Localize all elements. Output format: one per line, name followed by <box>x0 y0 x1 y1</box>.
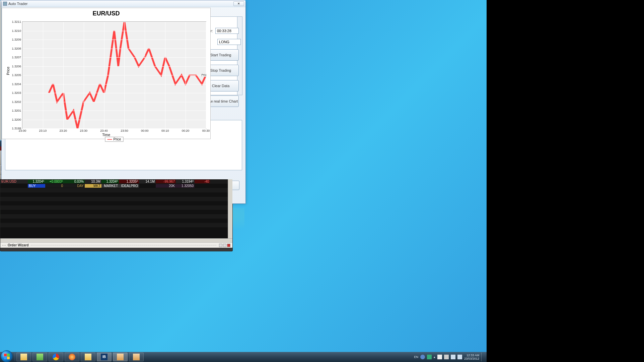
cell[interactable]: 1.3204⁵ <box>28 180 45 183</box>
cell[interactable]: +0.0003⁵ <box>45 180 64 183</box>
xtick: 23:50 <box>118 129 131 132</box>
cell[interactable]: 0.03% <box>64 180 85 183</box>
order-wizard-bar[interactable]: ◦ ◦ Order Wizard <box>0 242 232 248</box>
taskbar-ib[interactable]: IB <box>97 353 112 361</box>
chart-legend: Price <box>105 137 124 142</box>
ytick: 1.3200 <box>6 118 22 121</box>
cell[interactable]: 1.3205⁰ <box>119 180 139 183</box>
chart-plot[interactable]: Pric Price 1.32111.32101.32091.32081.320… <box>22 21 206 129</box>
show-desktop-button[interactable] <box>481 353 484 361</box>
cell[interactable]: DAY <box>64 184 85 188</box>
ytick: 1.3211 <box>6 20 22 23</box>
xtick: 23:30 <box>77 129 90 132</box>
chart-area: EUR/USD Price Pric Price 1.32111.32101.3… <box>2 8 211 139</box>
ytick: 1.3202 <box>6 100 22 104</box>
taskbar-users[interactable] <box>32 353 47 361</box>
collapse-icon[interactable]: ◦ ◦ <box>2 243 6 247</box>
tray-icon-1[interactable] <box>420 355 425 359</box>
action-center-icon[interactable] <box>437 355 442 359</box>
xtick: 23:20 <box>57 129 70 132</box>
cell[interactable]: 10.3M <box>85 180 101 183</box>
cell[interactable]: MARKET <box>101 184 119 188</box>
order-row[interactable]: BUY0DAYMKTMARKETIDEALPRO20K1.32050 <box>0 184 232 188</box>
app-icon <box>3 2 7 6</box>
xtick: 00:20 <box>179 129 192 132</box>
chart-title: EUR/USD <box>2 8 210 19</box>
cell[interactable]: 1.3204⁰ <box>101 180 119 183</box>
tray-icon-2[interactable] <box>427 355 432 359</box>
cell[interactable]: MKT <box>85 184 101 188</box>
taskbar-java[interactable] <box>113 353 128 361</box>
power-icon[interactable] <box>444 355 449 359</box>
xtick: 00:00 <box>138 129 151 132</box>
xtick: 00:10 <box>158 129 172 132</box>
taskbar-chrome[interactable] <box>49 353 63 361</box>
cell[interactable]: 14.1M <box>139 180 156 183</box>
system-tray: EN ▴ 12:33 AM 23/03/2012 <box>411 353 487 361</box>
last-position-field[interactable] <box>217 39 241 45</box>
grid-vscroll[interactable] <box>228 179 232 238</box>
lang-indicator[interactable]: EN <box>414 355 418 359</box>
grid-body[interactable]: EUR.USD1.3204⁵+0.0003⁵0.03%10.3M1.3204⁰1… <box>0 179 232 238</box>
ow-close-icon[interactable] <box>227 244 230 247</box>
timer-field[interactable] <box>215 28 239 34</box>
chart-window: X EUR/USD Price Pric Price 1.32111.32101… <box>0 0 212 141</box>
xtick: 23:00 <box>16 129 29 132</box>
grid-footer-strip <box>0 238 232 242</box>
black-side-panel <box>487 0 644 362</box>
cell[interactable]: 0 <box>45 184 64 188</box>
window-title: Auto Trader <box>8 2 27 6</box>
ytick: 1.3205 <box>6 73 22 77</box>
taskbar-folder[interactable] <box>81 353 95 361</box>
ytick: 1.3210 <box>6 29 22 33</box>
tray-arrow-icon[interactable]: ▴ <box>434 355 435 359</box>
auto-trader-titlebar[interactable]: Auto Trader ✕ <box>2 0 245 7</box>
volume-icon[interactable] <box>457 355 462 359</box>
ytick: 1.3208 <box>6 47 22 50</box>
cell[interactable]: EUR.USD <box>0 180 28 183</box>
xtick: 00:30 <box>199 129 213 132</box>
ytick: 1.3201 <box>6 109 22 112</box>
cell[interactable]: 1.3194⁹ <box>176 180 195 183</box>
ytick: 1.3206 <box>6 65 22 68</box>
ow-icon-2[interactable] <box>223 244 226 247</box>
cell[interactable]: IDEALPRO <box>119 184 139 188</box>
ow-icon-1[interactable] <box>219 244 222 247</box>
cell[interactable]: 1.32050 <box>176 184 195 188</box>
xtick: 23:40 <box>97 129 111 132</box>
ytick: 1.3209 <box>6 38 22 41</box>
ytick: 1.3204 <box>6 82 22 86</box>
close-window-button[interactable]: ✕ <box>233 1 244 6</box>
ytick: 1.3207 <box>6 56 22 59</box>
windows-taskbar: IB EN ▴ 12:33 AM 23/03/2012 <box>0 352 487 362</box>
taskbar-explorer[interactable] <box>16 353 31 361</box>
quote-row[interactable]: EUR.USD1.3204⁵+0.0003⁵0.03%10.3M1.3204⁰1… <box>0 179 232 184</box>
tray-clock[interactable]: 12:33 AM 23/03/2012 <box>464 354 479 360</box>
chart-xlabel: Time <box>102 133 110 137</box>
start-button[interactable] <box>1 350 13 362</box>
network-icon[interactable] <box>451 355 455 359</box>
cell[interactable]: BUY <box>28 184 45 188</box>
taskbar-firefox[interactable] <box>65 353 79 361</box>
taskbar-paint[interactable] <box>129 353 144 361</box>
ytick: 1.3203 <box>6 91 22 95</box>
cell[interactable]: 20K <box>156 184 176 188</box>
xtick: 23:10 <box>36 129 50 132</box>
cell[interactable]: -99,967 <box>156 180 176 183</box>
cell[interactable]: -40 <box>195 180 210 183</box>
